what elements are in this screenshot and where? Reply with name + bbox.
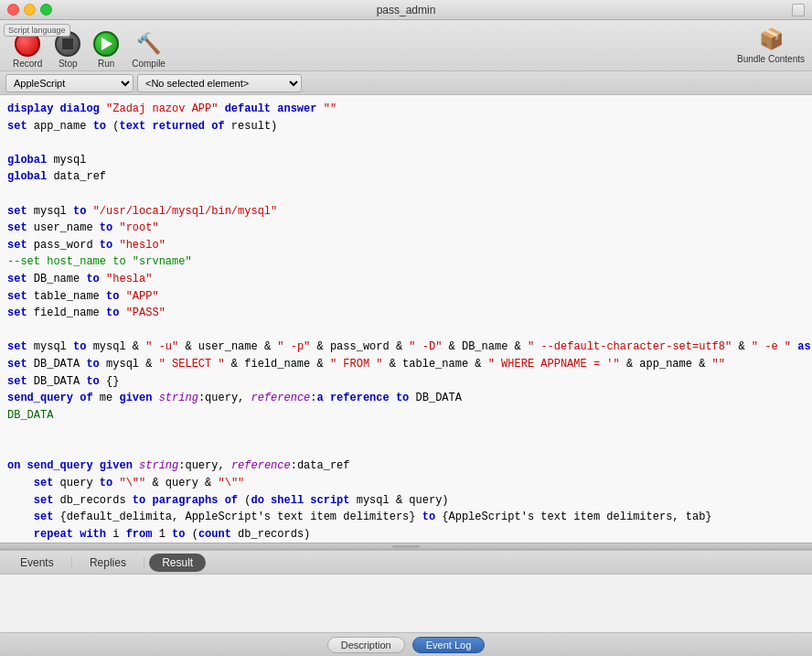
resize-handle[interactable] bbox=[0, 543, 812, 550]
status-bar: Description Event Log bbox=[0, 632, 812, 656]
code-editor[interactable]: display dialog "Zadaj nazov APP" default… bbox=[0, 95, 812, 543]
minimize-button[interactable] bbox=[24, 4, 36, 16]
run-button[interactable]: Run bbox=[88, 27, 124, 72]
compile-label: Compile bbox=[132, 59, 166, 69]
window-resize-button[interactable] bbox=[792, 4, 805, 16]
titlebar: pass_admin bbox=[0, 0, 812, 20]
stop-label: Stop bbox=[59, 59, 78, 69]
bundle-icon: 📦 bbox=[759, 27, 784, 52]
tab-sep-2: | bbox=[141, 556, 147, 569]
run-icon bbox=[93, 31, 119, 57]
script-language-label: Script language bbox=[4, 24, 70, 37]
record-label: Record bbox=[13, 59, 42, 69]
tab-sep-1: | bbox=[69, 556, 75, 569]
bottom-content-area bbox=[0, 575, 812, 633]
tab-bar: Events | Replies | Result bbox=[0, 551, 812, 575]
bundle-contents-label: Bundle Contents bbox=[737, 54, 805, 64]
maximize-button[interactable] bbox=[40, 4, 52, 16]
bundle-contents-button[interactable]: 📦 Bundle Contents bbox=[737, 27, 805, 64]
event-log-button[interactable]: Event Log bbox=[412, 637, 486, 653]
close-button[interactable] bbox=[7, 4, 19, 16]
tab-result[interactable]: Result bbox=[149, 554, 206, 572]
toolbar: Script language Record Stop Run 🔨 Compil… bbox=[0, 20, 812, 71]
compile-icon: 🔨 bbox=[136, 31, 162, 57]
element-selector[interactable]: <No selected element> bbox=[137, 74, 302, 92]
bottom-panel: Events | Replies | Result bbox=[0, 550, 812, 632]
window-title: pass_admin bbox=[377, 4, 436, 16]
traffic-lights bbox=[7, 4, 52, 16]
description-button[interactable]: Description bbox=[327, 637, 405, 653]
tab-replies[interactable]: Replies bbox=[77, 554, 139, 572]
compile-button[interactable]: 🔨 Compile bbox=[126, 27, 171, 72]
language-selector[interactable]: AppleScript bbox=[5, 74, 134, 92]
tab-events[interactable]: Events bbox=[7, 554, 67, 572]
run-label: Run bbox=[98, 59, 114, 69]
format-bar: AppleScript <No selected element> bbox=[0, 71, 812, 95]
